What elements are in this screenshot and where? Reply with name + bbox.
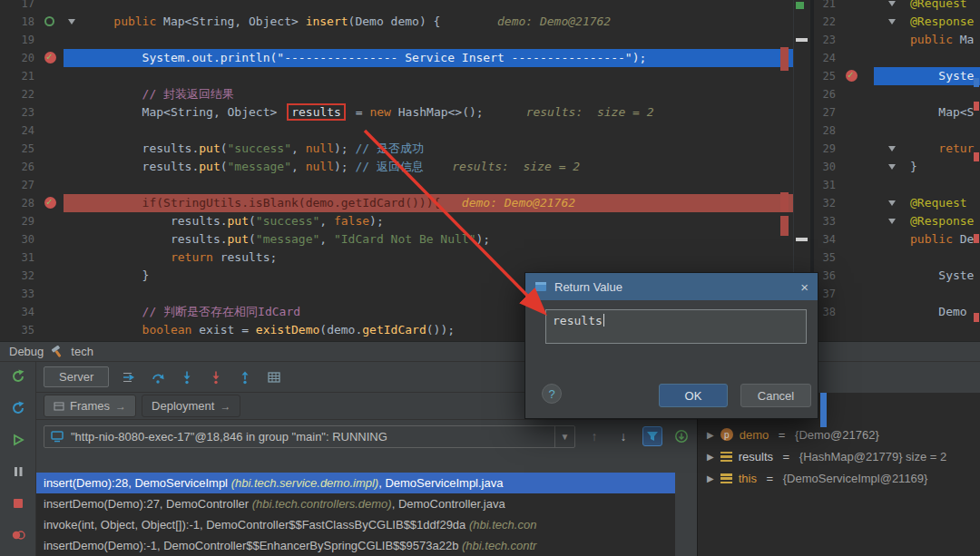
bean-icon[interactable] <box>44 16 54 26</box>
variable-row[interactable]: ▶results = {HashMap@21779} size = 2 <box>698 445 980 467</box>
stack-frame-row[interactable]: insertDemo(Demo):-1, DemoController$$Enh… <box>36 535 675 556</box>
return-value-input[interactable]: results <box>545 309 807 344</box>
gutter[interactable]: 21 <box>814 0 874 13</box>
thread-dump-button[interactable] <box>671 426 691 446</box>
dialog-title-bar[interactable]: Return Value × <box>525 273 818 300</box>
code-text[interactable] <box>64 0 793 13</box>
gutter[interactable]: 19 <box>0 31 64 49</box>
code-text[interactable]: return results; <box>64 249 793 267</box>
code-text[interactable]: System.out.println("---------------- Ser… <box>64 49 793 67</box>
code-text[interactable]: public Map<String, Object> insert(Demo d… <box>64 13 793 31</box>
variable-row[interactable]: ▶pdemo = {Demo@21762} <box>698 424 980 445</box>
editor-pane-right[interactable]: 21@Request22@Response23public Ma2425 Sys… <box>814 0 980 341</box>
tab-deployment[interactable]: Deployment → <box>142 395 240 417</box>
code-text[interactable] <box>874 176 980 194</box>
gutter[interactable]: 31 <box>0 249 64 267</box>
code-text[interactable]: results.put("message", "IdCard Not Be Nu… <box>64 230 793 249</box>
gutter[interactable]: 29 <box>0 212 64 230</box>
gutter[interactable]: 32 <box>814 194 874 212</box>
gutter[interactable]: 32 <box>0 267 64 285</box>
gutter[interactable]: 17 <box>0 0 64 13</box>
code-text[interactable]: Map<String, Object> results = new HashMa… <box>64 103 793 122</box>
step-over-button[interactable] <box>149 369 167 385</box>
variables-scrollbar-thumb[interactable] <box>820 393 827 427</box>
gutter[interactable]: 37 <box>814 285 874 303</box>
code-text[interactable]: retur <box>874 140 980 158</box>
stop-button[interactable] <box>11 496 25 511</box>
next-frame-button[interactable]: ↓ <box>613 426 633 446</box>
help-button[interactable]: ? <box>542 384 562 404</box>
expand-chevron-icon[interactable]: ▶ <box>707 452 714 462</box>
code-text[interactable]: @Request <box>874 194 980 212</box>
force-step-into-button[interactable] <box>207 369 225 385</box>
ok-button[interactable]: OK <box>659 384 728 407</box>
gutter[interactable]: 30 <box>814 158 874 176</box>
gutter[interactable]: 27 <box>814 103 874 122</box>
view-breakpoints-button[interactable] <box>11 528 25 542</box>
gutter[interactable]: 26 <box>814 85 874 103</box>
close-icon[interactable]: × <box>800 279 808 295</box>
breakpoint-icon[interactable] <box>44 52 56 63</box>
gutter[interactable]: 21 <box>0 67 64 85</box>
code-text[interactable]: Demo <box>874 303 980 321</box>
thread-selector[interactable]: "http-nio-8080-exec-17"@18,846 in group … <box>44 425 575 448</box>
gutter[interactable]: 23 <box>0 103 64 122</box>
gutter[interactable]: 24 <box>0 122 64 140</box>
gutter[interactable]: 35 <box>814 249 874 267</box>
gutter[interactable]: 33 <box>0 285 64 303</box>
code-text[interactable]: Syste <box>874 267 980 285</box>
code-text[interactable] <box>64 67 793 85</box>
breakpoint-icon[interactable] <box>846 70 858 82</box>
tab-frames[interactable]: Frames → <box>44 395 136 417</box>
gutter[interactable]: 34 <box>814 230 874 249</box>
code-text[interactable]: } <box>874 158 980 176</box>
expand-chevron-icon[interactable]: ▶ <box>707 430 714 440</box>
rerun-button[interactable] <box>11 369 25 384</box>
code-text[interactable]: // 封装返回结果 <box>64 85 793 103</box>
gutter[interactable]: 25 <box>0 140 64 158</box>
gutter[interactable]: 38 <box>814 303 874 321</box>
code-text[interactable] <box>874 285 980 303</box>
gutter[interactable]: 26 <box>0 158 64 176</box>
code-text[interactable]: @Response <box>874 212 980 230</box>
code-text[interactable] <box>874 122 980 140</box>
code-text[interactable] <box>874 49 980 67</box>
tab-server[interactable]: Server <box>44 366 109 387</box>
gutter[interactable]: 27 <box>0 176 64 194</box>
gutter[interactable]: 20 <box>0 49 64 67</box>
gutter[interactable]: 25 <box>814 67 874 85</box>
gutter[interactable]: 22 <box>0 85 64 103</box>
hide-frames-filter-button[interactable] <box>642 426 662 446</box>
gutter[interactable]: 30 <box>0 230 64 249</box>
expand-chevron-icon[interactable]: ▶ <box>707 473 714 483</box>
code-text[interactable]: Syste <box>874 67 980 85</box>
gutter[interactable]: 28 <box>0 194 64 212</box>
redeploy-button[interactable] <box>11 401 25 415</box>
step-out-button[interactable] <box>236 369 254 385</box>
gutter[interactable]: 29 <box>814 140 874 158</box>
code-text[interactable]: @Request <box>874 0 980 13</box>
code-text[interactable] <box>64 176 793 194</box>
pause-button[interactable] <box>11 464 25 479</box>
gutter[interactable]: 35 <box>0 321 64 339</box>
gutter[interactable]: 22 <box>814 13 874 31</box>
code-text[interactable]: results.put("message", null); // 返回信息 re… <box>64 158 793 176</box>
debug-config-tab[interactable]: tech <box>71 345 93 358</box>
view-as-table-button[interactable] <box>265 369 283 385</box>
gutter[interactable]: 23 <box>814 31 874 49</box>
code-text[interactable]: public Ma <box>874 31 980 49</box>
stack-frame-row[interactable]: invoke(int, Object, Object[]):-1, DemoCo… <box>36 514 675 535</box>
code-text[interactable]: results.put("success", false); <box>64 212 793 230</box>
gutter[interactable]: 31 <box>814 176 874 194</box>
code-text[interactable]: public De <box>874 230 980 249</box>
previous-frame-button[interactable]: ↑ <box>584 426 604 446</box>
variable-row[interactable]: ▶this = {DemoServiceImpl@21169} <box>698 467 980 489</box>
code-text[interactable] <box>64 31 793 49</box>
gutter[interactable]: 28 <box>814 122 874 140</box>
show-execution-point-button[interactable] <box>120 369 138 385</box>
code-text[interactable] <box>64 122 793 140</box>
gutter[interactable]: 24 <box>814 49 874 67</box>
code-text[interactable]: results.put("success", null); // 是否成功 <box>64 140 793 158</box>
stack-frame-row[interactable]: insert(Demo):28, DemoServiceImpl (hbi.te… <box>36 473 675 493</box>
breakpoint-icon[interactable] <box>44 197 56 209</box>
